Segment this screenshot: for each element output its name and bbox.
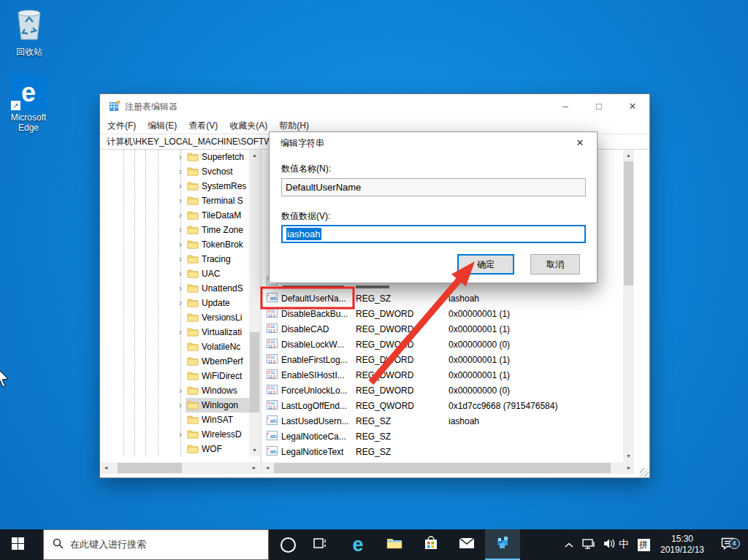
menu-edit[interactable]: 编辑(E) <box>148 120 177 132</box>
taskbar-explorer-button[interactable] <box>377 529 412 560</box>
start-button[interactable] <box>0 529 35 560</box>
close-button[interactable]: ✕ <box>616 94 649 118</box>
tree-item-terminal-s[interactable]: ›Terminal S <box>100 193 260 208</box>
scroll-right-icon[interactable]: ► <box>251 463 258 473</box>
cortana-button[interactable] <box>272 529 304 560</box>
taskbar-clock[interactable]: 15:30 2019/12/13 <box>654 529 710 560</box>
scrollbar-thumb[interactable] <box>118 463 182 473</box>
registry-value-row-legalnoticeca-[interactable]: ”abLegalNoticeCa...REG_SZ <box>262 429 634 444</box>
registry-value-row-lastlogoffend-[interactable]: 011110LastLogOffEnd...REG_QWORD0x1d7cc96… <box>262 398 634 413</box>
tree-item-time-zone[interactable]: ›Time Zone <box>100 223 260 237</box>
network-tray-button[interactable] <box>579 529 599 560</box>
taskbar-store-button[interactable] <box>413 529 449 560</box>
scroll-down-icon[interactable]: ▼ <box>623 451 634 461</box>
value-data-field[interactable]: iashoah <box>281 225 586 243</box>
scrollbar-thumb[interactable] <box>624 161 633 285</box>
scroll-up-icon[interactable]: ▲ <box>623 150 634 161</box>
scrollbar-thumb[interactable] <box>250 332 259 413</box>
tree-item-svchost[interactable]: ›Svchost <box>100 164 260 179</box>
tree-item-wirelessd[interactable]: ›WirelessD <box>100 427 260 442</box>
tree-item-tracing[interactable]: ›Tracing <box>100 252 260 266</box>
chevron-right-icon[interactable]: › <box>176 386 185 396</box>
registry-value-row-legalnoticetext[interactable]: ”abLegalNoticeTextREG_SZ <box>262 444 634 459</box>
taskbar-mail-button[interactable] <box>450 529 484 560</box>
tree-item-virtualizati[interactable]: ›Virtualizati <box>100 325 260 340</box>
chevron-right-icon[interactable]: › <box>176 225 185 235</box>
tree-item-superfetch[interactable]: ›Superfetch <box>100 150 260 164</box>
menu-favorites[interactable]: 收藏夹(A) <box>229 120 267 132</box>
tree-item-update[interactable]: ›Update <box>100 296 260 310</box>
dword-value-icon: 011110 <box>267 354 278 366</box>
chevron-right-icon[interactable]: › <box>176 400 185 410</box>
cortana-icon <box>280 537 296 553</box>
chevron-right-icon[interactable]: › <box>176 210 185 220</box>
desktop-icon-recycle-bin[interactable]: 回收站 <box>1 6 57 57</box>
tree-item-wifidirect[interactable]: WiFiDirect <box>100 369 260 383</box>
chevron-right-icon[interactable]: › <box>176 152 185 162</box>
tray-expand-button[interactable] <box>560 529 579 560</box>
ok-button[interactable]: 确定 <box>457 254 514 275</box>
value-name-field[interactable]: DefaultUserName <box>281 178 586 196</box>
chevron-right-icon[interactable]: › <box>176 429 185 440</box>
tree-item-wbemperf[interactable]: WbemPerf <box>100 354 260 369</box>
tree-item-tokenbrok[interactable]: ›TokenBrok <box>100 237 260 252</box>
registry-value-row-lastusedusern-[interactable]: ”abLastUsedUsern...REG_SZiashoah <box>262 413 634 429</box>
edge-label: Microsoft Edge <box>1 112 56 133</box>
tree-item-wof[interactable]: WOF <box>100 442 260 456</box>
chevron-right-icon[interactable]: › <box>176 269 185 279</box>
dialog-close-button[interactable]: ✕ <box>563 132 597 153</box>
registry-value-row-disablelockw-[interactable]: 011110DisableLockW...REG_DWORD0x00000000… <box>262 337 634 352</box>
list-vertical-scrollbar[interactable]: ▲ ▼ <box>623 150 634 462</box>
registry-value-row-defaultuserna-[interactable]: ”abDefaultUserNa...REG_SZiashoah <box>262 291 634 306</box>
minimize-button[interactable]: – <box>549 94 582 118</box>
tree-horizontal-scrollbar[interactable]: ◄ ► <box>101 462 259 474</box>
tree-item-uac[interactable]: ›UAC <box>100 266 260 281</box>
registry-value-row-forceunlocklo-[interactable]: 011110ForceUnlockLo...REG_DWORD0x0000000… <box>262 383 634 398</box>
action-center-button[interactable]: 4 <box>714 529 741 560</box>
tree-item-tiledatam[interactable]: ›TileDataM <box>100 208 260 223</box>
scrollbar-thumb[interactable] <box>274 463 611 473</box>
scroll-right-icon[interactable]: ► <box>625 463 633 473</box>
registry-value-row-disablecad[interactable]: 011110DisableCADREG_DWORD0x00000001 (1) <box>262 321 634 337</box>
menu-file[interactable]: 文件(F) <box>107 120 136 132</box>
chevron-right-icon[interactable]: › <box>176 166 185 177</box>
taskbar-regedit-button[interactable] <box>485 529 520 560</box>
ime-mode-button[interactable]: 拼 <box>634 529 653 560</box>
chevron-right-icon[interactable]: › <box>176 196 185 206</box>
regedit-titlebar[interactable]: 注册表编辑器 – □ ✕ <box>100 94 649 118</box>
tree-item-unattends[interactable]: ›UnattendS <box>100 281 260 296</box>
scroll-down-icon[interactable]: ▼ <box>249 445 260 456</box>
scroll-left-icon[interactable]: ◄ <box>264 463 271 473</box>
resize-grip[interactable] <box>640 468 649 477</box>
tree-item-winlogon[interactable]: ›Winlogon <box>100 398 260 413</box>
registry-value-row-disablebackbu-[interactable]: 011110DisableBackBu...REG_DWORD0x0000000… <box>262 306 634 321</box>
registry-value-row-enablefirstlog-[interactable]: 011110EnableFirstLog...REG_DWORD0x000000… <box>262 352 634 367</box>
tree-item-systemres[interactable]: ›SystemRes <box>100 179 260 193</box>
desktop-icon-microsoft-edge[interactable]: e ↗ Microsoft Edge <box>1 75 56 133</box>
maximize-button[interactable]: □ <box>582 94 616 118</box>
tree-item-windows[interactable]: ›Windows <box>100 383 260 398</box>
scroll-left-icon[interactable]: ◄ <box>102 463 110 473</box>
chevron-right-icon[interactable]: › <box>176 239 185 250</box>
registry-value-row-enablesihosti-[interactable]: 011110EnableSIHostI...REG_DWORD0x0000000… <box>262 367 634 383</box>
ime-language-label: 中 <box>619 538 629 551</box>
tree-item-versionsli[interactable]: VersionsLi <box>100 310 260 325</box>
chevron-right-icon[interactable]: › <box>176 181 185 191</box>
tree-item-volatilenc[interactable]: VolatileNc <box>100 340 260 354</box>
registry-tree-pane[interactable]: ›Superfetch›Svchost›SystemRes›Terminal S… <box>100 150 260 462</box>
task-view-button[interactable] <box>304 529 336 560</box>
chevron-right-icon[interactable]: › <box>176 283 185 294</box>
cancel-button[interactable]: 取消 <box>530 254 580 275</box>
chevron-right-icon[interactable]: › <box>176 298 185 308</box>
chevron-right-icon[interactable]: › <box>176 254 185 264</box>
scroll-up-icon[interactable]: ▲ <box>249 150 260 161</box>
tree-item-winsat[interactable]: WinSAT <box>100 413 260 427</box>
chevron-right-icon[interactable]: › <box>176 327 185 337</box>
menu-view[interactable]: 查看(V) <box>188 120 218 132</box>
taskbar-edge-button[interactable]: e <box>340 529 375 560</box>
taskbar-search-input[interactable]: 在此键入进行搜索 <box>43 529 269 560</box>
menu-help[interactable]: 帮助(H) <box>279 120 309 132</box>
list-horizontal-scrollbar[interactable]: ◄ ► <box>262 462 634 474</box>
tree-vertical-scrollbar[interactable]: ▲ ▼ <box>249 150 260 456</box>
ime-language-button[interactable]: 中 <box>614 529 634 560</box>
